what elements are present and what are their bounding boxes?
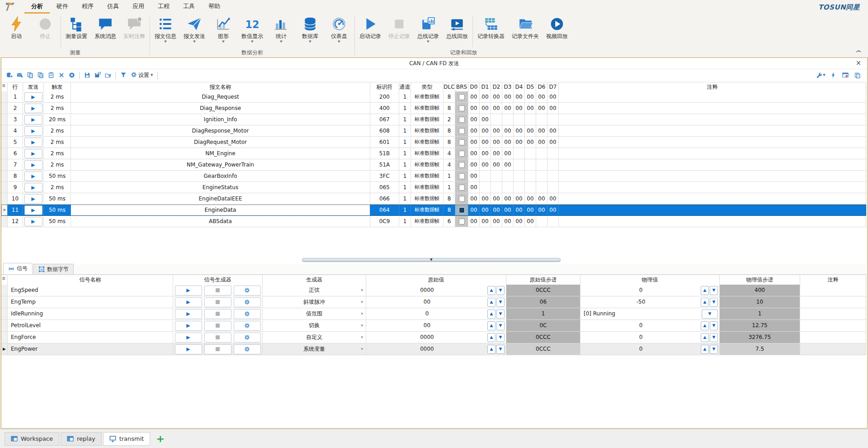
data-byte-cell[interactable]: [547, 148, 559, 159]
data-byte-cell[interactable]: [536, 171, 547, 182]
message-row[interactable]: 10▶50 msEngineDataIEEE0661标准数据帧800000000…: [1, 193, 866, 205]
frame-type-cell[interactable]: 标准数据帧: [411, 205, 443, 216]
physical-decrement-button[interactable]: ▼: [710, 298, 718, 307]
physical-decrement-button[interactable]: ▼: [710, 286, 718, 295]
physical-step-cell[interactable]: 400: [720, 285, 800, 296]
menu-item-3[interactable]: 仿真: [100, 0, 126, 14]
data-byte-cell[interactable]: 00: [502, 193, 514, 205]
row-number-cell[interactable]: 2: [8, 103, 23, 114]
data-byte-cell[interactable]: [547, 159, 559, 171]
send-button[interactable]: ▶: [24, 160, 42, 170]
message-row[interactable]: »11▶50 msEngineData0641标准数据帧800000000000…: [1, 205, 866, 216]
physical-increment-button[interactable]: ▲: [701, 333, 709, 342]
signal-stop-button[interactable]: [204, 333, 231, 343]
data-byte-cell[interactable]: 00: [502, 216, 514, 227]
send-button[interactable]: ▶: [24, 205, 42, 215]
send-button[interactable]: ▶: [24, 104, 42, 113]
data-byte-cell[interactable]: 00: [480, 137, 491, 148]
data-byte-cell[interactable]: 00: [525, 205, 536, 216]
signal-play-button[interactable]: ▶: [175, 286, 202, 295]
data-byte-cell[interactable]: 00: [468, 137, 480, 148]
comment-cell[interactable]: [800, 296, 866, 308]
data-byte-cell[interactable]: 00: [536, 125, 547, 137]
signal-name-cell[interactable]: PetrolLevel: [8, 320, 173, 332]
trigger-cell[interactable]: 2 ms: [44, 148, 71, 159]
menu-item-4[interactable]: 应用: [126, 0, 151, 14]
message-row[interactable]: 2▶2 msDiag_Response4001标准数据帧800000000000…: [1, 103, 866, 114]
send-button[interactable]: ▶: [24, 149, 42, 158]
signal-row[interactable]: ▶EngPower▶系统变量▾0000▲▼0CCC0▲▼7.5: [1, 343, 866, 355]
data-byte-cell[interactable]: 00: [502, 91, 514, 103]
physical-value-input[interactable]: [0] Running: [582, 308, 701, 319]
data-byte-cell[interactable]: 00: [491, 205, 502, 216]
message-name-cell[interactable]: GearBoxInfo: [71, 171, 370, 182]
data-byte-cell[interactable]: [536, 216, 547, 227]
send-cell[interactable]: ▶: [23, 148, 44, 159]
signal-row[interactable]: EngTemp▶斜坡脉冲▾00▲▼06-50▲▼10: [1, 296, 866, 308]
comment-cell[interactable]: [800, 285, 866, 296]
brs-cell[interactable]: [455, 171, 468, 182]
physical-increment-button[interactable]: ▲: [701, 286, 709, 295]
trigger-cell[interactable]: 2 ms: [44, 137, 71, 148]
comment-cell[interactable]: [559, 159, 866, 171]
signal-stop-button[interactable]: [204, 321, 231, 331]
raw-increment-button[interactable]: ▲: [487, 310, 495, 319]
brs-cell[interactable]: [455, 91, 468, 103]
export-button[interactable]: [103, 71, 113, 80]
data-byte-cell[interactable]: 00: [547, 103, 559, 114]
dlc-cell[interactable]: 8: [443, 193, 455, 205]
comment-cell[interactable]: [800, 320, 866, 332]
data-byte-cell[interactable]: [502, 182, 514, 193]
data-byte-cell[interactable]: [480, 171, 491, 182]
send-button[interactable]: ▶: [24, 115, 42, 124]
signal-play-button[interactable]: ▶: [175, 321, 202, 331]
copy-page-button[interactable]: [852, 71, 863, 80]
physical-value-input[interactable]: 0: [582, 320, 700, 331]
dlc-cell[interactable]: 8: [443, 137, 455, 148]
tools-wrench-button[interactable]: ▼: [816, 71, 826, 80]
physical-dropdown-button[interactable]: ▼: [702, 310, 718, 319]
physical-increment-button[interactable]: ▲: [701, 345, 709, 354]
frame-type-cell[interactable]: 标准数据帧: [411, 148, 443, 159]
frame-type-cell[interactable]: 标准数据帧: [411, 193, 443, 205]
message-name-cell[interactable]: ABSdata: [71, 216, 370, 227]
send-button[interactable]: ▶: [24, 217, 42, 226]
data-byte-cell[interactable]: [514, 159, 525, 171]
data-byte-cell[interactable]: 00: [480, 216, 491, 227]
data-byte-cell[interactable]: [547, 216, 559, 227]
comment-cell[interactable]: [559, 114, 866, 125]
generator-select[interactable]: 斜坡脉冲▾: [263, 296, 366, 308]
trigger-cell[interactable]: 50 ms: [44, 193, 71, 205]
frame-type-cell[interactable]: 标准数据帧: [411, 171, 443, 182]
send-button[interactable]: ▶: [24, 183, 42, 192]
trigger-cell[interactable]: 50 ms: [44, 171, 71, 182]
message-name-cell[interactable]: NM_Gateway_PowerTrain: [71, 159, 370, 171]
generator-select[interactable]: 自定义▾: [263, 332, 366, 343]
ribbon-collapse-icon[interactable]: ^: [855, 50, 862, 56]
ribbon-item-dashboard[interactable]: 仪表盘▼: [325, 14, 354, 49]
identifier-cell[interactable]: 200: [370, 91, 399, 103]
message-name-cell[interactable]: EngineData: [71, 205, 370, 216]
raw-step-cell[interactable]: 06: [506, 296, 580, 308]
tab-signal-waves[interactable]: 信号: [3, 263, 33, 274]
brs-checkbox[interactable]: [459, 128, 465, 134]
dlc-cell[interactable]: 1: [443, 182, 455, 193]
data-byte-cell[interactable]: 00: [468, 91, 480, 103]
brs-checkbox[interactable]: [459, 219, 465, 224]
dlc-cell[interactable]: 1: [443, 171, 455, 182]
data-byte-cell[interactable]: 00: [502, 137, 514, 148]
raw-increment-button[interactable]: ▲: [487, 298, 495, 307]
frame-type-cell[interactable]: 标准数据帧: [411, 103, 443, 114]
play-button[interactable]: undefined: [160, 71, 170, 80]
send-cell[interactable]: ▶: [23, 125, 44, 137]
menu-item-7[interactable]: 帮助: [202, 0, 227, 14]
data-byte-cell[interactable]: [514, 182, 525, 193]
brs-cell[interactable]: [455, 137, 468, 148]
data-byte-cell[interactable]: 00: [502, 103, 514, 114]
data-byte-cell[interactable]: [491, 171, 502, 182]
send-cell[interactable]: ▶: [23, 193, 44, 205]
dlc-cell[interactable]: 8: [443, 125, 455, 137]
dlc-cell[interactable]: 8: [443, 103, 455, 114]
data-byte-cell[interactable]: [547, 182, 559, 193]
row-number-cell[interactable]: 11: [8, 205, 23, 216]
